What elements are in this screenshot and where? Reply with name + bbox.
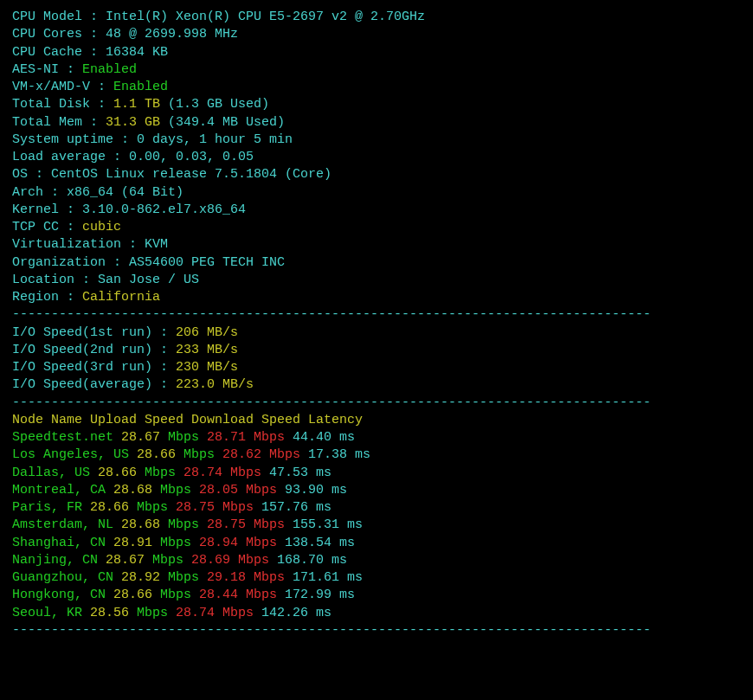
speed-row: Shanghai, CN 28.91 Mbps 28.94 Mbps 138.5… xyxy=(12,535,741,552)
info-label: Virtualization xyxy=(12,237,129,252)
speed-row: Guangzhou, CN 28.92 Mbps 29.18 Mbps 171.… xyxy=(12,569,741,587)
info-row: System uptime : 0 days, 1 hour 5 min xyxy=(12,132,741,149)
info-row: VM-x/AMD-V : Enabled xyxy=(12,79,741,96)
info-row: TCP CC : cubic xyxy=(12,219,741,236)
colon: : xyxy=(67,290,82,305)
colon: : xyxy=(113,150,129,164)
info-label: TCP CC xyxy=(12,220,67,234)
node-name: Paris, FR xyxy=(12,500,90,515)
download-unit: Mbps xyxy=(254,570,293,585)
latency-num: 142.26 xyxy=(261,606,316,620)
info-label: Arch xyxy=(12,185,51,200)
latency-num: 93.90 xyxy=(285,483,331,498)
download-num: 28.69 xyxy=(191,553,238,568)
io-label: I/O Speed(average) xyxy=(12,377,160,392)
node-name: Shanghai, CN xyxy=(12,536,113,550)
info-label: CPU Cores xyxy=(12,27,90,42)
info-label: Organization xyxy=(12,255,113,270)
upload-unit: Mbps xyxy=(160,483,199,498)
speed-row: Seoul, KR 28.56 Mbps 28.74 Mbps 142.26 m… xyxy=(12,605,741,622)
info-row: CPU Cache : 16384 KB xyxy=(12,44,741,61)
colon: : xyxy=(160,343,176,357)
upload-num: 28.67 xyxy=(121,430,168,445)
info-label: Load average xyxy=(12,150,113,164)
dash-line: ----------------------------------------… xyxy=(12,395,651,410)
info-label: Location xyxy=(12,273,82,287)
node-name: Dallas, US xyxy=(12,466,98,480)
io-label: I/O Speed(1st run) xyxy=(12,325,160,340)
upload-num: 28.66 xyxy=(90,500,137,515)
speed-row: Paris, FR 28.66 Mbps 28.75 Mbps 157.76 m… xyxy=(12,499,741,517)
latency-unit: ms xyxy=(331,483,347,498)
node-name: Hongkong, CN xyxy=(12,588,113,602)
colon: : xyxy=(160,360,176,375)
colon: : xyxy=(67,220,82,234)
io-value: 230 MB/s xyxy=(176,360,238,375)
upload-unit: Mbps xyxy=(137,606,176,620)
colon: : xyxy=(129,237,145,252)
download-unit: Mbps xyxy=(238,553,277,568)
info-label: System uptime xyxy=(12,132,121,147)
info-label: Kernel xyxy=(12,202,67,217)
download-unit: Mbps xyxy=(246,588,285,602)
colon: : xyxy=(90,27,106,42)
io-label: I/O Speed(2nd run) xyxy=(12,343,160,357)
download-unit: Mbps xyxy=(246,483,285,498)
info-value: Intel(R) Xeon(R) CPU E5-2697 v2 @ 2.70GH… xyxy=(106,10,425,24)
info-value: 48 @ 2699.998 MHz xyxy=(106,27,238,42)
colon: : xyxy=(90,115,106,130)
terminal-output: CPU Model : Intel(R) Xeon(R) CPU E5-2697… xyxy=(12,9,741,639)
colon: : xyxy=(82,273,98,287)
info-value: CentOS Linux release 7.5.1804 (Core) xyxy=(51,167,331,182)
info-value: (1.3 GB Used) xyxy=(168,97,269,112)
speed-row: Los Angeles, US 28.66 Mbps 28.62 Mbps 17… xyxy=(12,446,741,464)
node-name: Guangzhou, CN xyxy=(12,570,121,585)
latency-num: 168.70 xyxy=(277,553,331,568)
node-name: Los Angeles, US xyxy=(12,447,137,462)
io-value: 223.0 MB/s xyxy=(176,377,254,392)
upload-unit: Mbps xyxy=(183,447,222,462)
download-num: 28.75 xyxy=(207,517,254,532)
download-num: 28.94 xyxy=(199,536,246,550)
colon: : xyxy=(98,97,113,112)
download-num: 28.74 xyxy=(183,466,230,480)
info-row: Total Disk : 1.1 TB (1.3 GB Used) xyxy=(12,96,741,113)
colon: : xyxy=(160,325,176,340)
node-name: Nanjing, CN xyxy=(12,553,106,568)
colon: : xyxy=(51,185,67,200)
info-value: 31.3 GB xyxy=(106,115,168,130)
info-row: Region : California xyxy=(12,289,741,306)
download-unit: Mbps xyxy=(254,430,293,445)
divider: ----------------------------------------… xyxy=(12,306,741,324)
download-num: 28.75 xyxy=(176,500,222,515)
info-row: Location : San Jose / US xyxy=(12,272,741,289)
divider: ----------------------------------------… xyxy=(12,395,741,412)
info-row: Load average : 0.00, 0.03, 0.05 xyxy=(12,149,741,166)
latency-num: 44.40 xyxy=(293,430,339,445)
download-unit: Mbps xyxy=(269,447,308,462)
colon: : xyxy=(113,255,129,270)
info-value: 0 days, 1 hour 5 min xyxy=(137,132,293,147)
latency-unit: ms xyxy=(347,570,363,585)
download-unit: Mbps xyxy=(246,536,285,550)
divider: ----------------------------------------… xyxy=(12,622,741,639)
info-row: Kernel : 3.10.0-862.el7.x86_64 xyxy=(12,202,741,219)
speed-row: Amsterdam, NL 28.68 Mbps 28.75 Mbps 155.… xyxy=(12,517,741,534)
info-value: KVM xyxy=(145,237,168,252)
info-row: CPU Model : Intel(R) Xeon(R) CPU E5-2697… xyxy=(12,9,741,26)
info-label: CPU Model xyxy=(12,10,90,24)
io-row: I/O Speed(2nd run) : 233 MB/s xyxy=(12,342,741,359)
download-num: 28.71 xyxy=(207,430,254,445)
header-node: Node Name xyxy=(12,413,90,427)
upload-num: 28.91 xyxy=(113,536,160,550)
info-label: CPU Cache xyxy=(12,45,90,60)
colon: : xyxy=(67,62,82,77)
latency-num: 17.38 xyxy=(308,447,355,462)
latency-num: 157.76 xyxy=(261,500,316,515)
download-unit: Mbps xyxy=(222,606,261,620)
info-value: Enabled xyxy=(82,62,137,77)
upload-unit: Mbps xyxy=(168,430,207,445)
latency-unit: ms xyxy=(316,466,331,480)
info-value: x86_64 (64 Bit) xyxy=(67,185,183,200)
header-up: Upload Speed xyxy=(90,413,191,427)
